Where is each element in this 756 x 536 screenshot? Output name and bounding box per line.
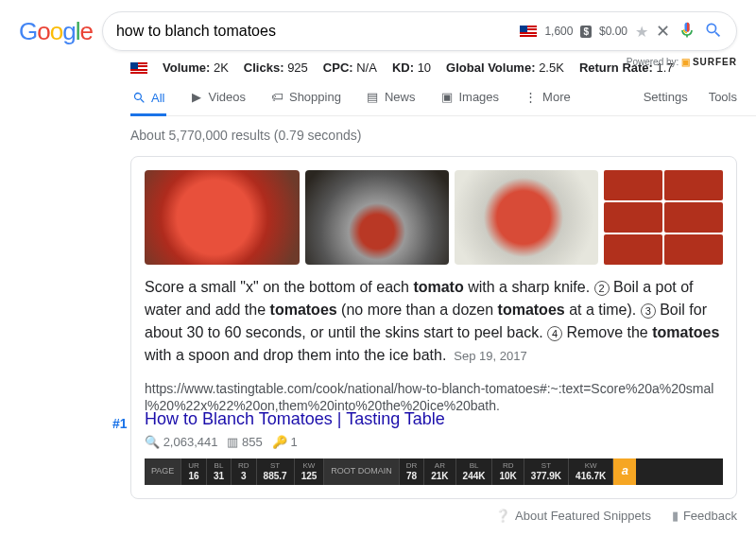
image-icon: ▣ (439, 90, 454, 104)
search-volume-badge: 1,600 (544, 25, 573, 38)
star-icon[interactable]: ★ (635, 23, 648, 41)
featured-snippet: Score a small "x" on the bottom of each … (130, 156, 737, 499)
tab-videos[interactable]: ▶Videos (187, 80, 248, 115)
tab-shopping[interactable]: 🏷Shopping (268, 80, 343, 115)
snippet-text: Score a small "x" on the bottom of each … (145, 276, 723, 367)
feedback-link[interactable]: ▮Feedback (672, 509, 737, 523)
us-flag-icon (520, 26, 537, 37)
search-tabs: All ▶Videos 🏷Shopping ▤News ▣Images ⋮Mor… (130, 80, 756, 116)
words-icon: ▥ (227, 435, 238, 449)
tab-more[interactable]: ⋮More (522, 80, 573, 115)
google-logo[interactable]: Google (19, 17, 93, 46)
seo-metrics-row: Volume: 2K Clicks: 925 CPC: N/A KD: 10 G… (130, 55, 756, 80)
snippet-images[interactable] (145, 170, 723, 265)
rank-badge: #1 (112, 415, 128, 432)
us-flag-icon (130, 62, 147, 74)
help-icon: ❔ (495, 509, 510, 523)
tab-images[interactable]: ▣Images (438, 80, 501, 115)
magnifier-icon: 🔍 (145, 435, 160, 449)
tab-all[interactable]: All (130, 81, 166, 116)
dollar-badge: $ (580, 26, 592, 38)
result-stats: About 5,770,000 results (0.79 seconds) (130, 116, 756, 156)
seo-page-stats: 🔍 2,063,441 ▥ 855 🔑 1 (145, 435, 723, 451)
ahrefs-root-label: ROOT DOMAIN (324, 458, 399, 485)
key-icon: 🔑 (272, 435, 287, 449)
clear-icon[interactable]: ✕ (656, 21, 670, 42)
search-input[interactable] (116, 23, 512, 40)
snippet-thumb[interactable] (604, 170, 723, 265)
tab-news[interactable]: ▤News (364, 80, 418, 115)
result-url-block: https://www.tastingtable.com/cook/nation… (145, 380, 723, 485)
about-snippets-link[interactable]: ❔About Featured Snippets (495, 509, 651, 523)
news-icon: ▤ (366, 90, 380, 104)
settings-link[interactable]: Settings (644, 80, 688, 115)
result-title-link[interactable]: How to Blanch Tomatoes | Tasting Table (145, 408, 723, 430)
search-cost-badge: $0.00 (599, 25, 627, 38)
tag-icon: 🏷 (270, 90, 284, 104)
feedback-icon: ▮ (672, 509, 679, 523)
ahrefs-page-label: PAGE (145, 458, 181, 485)
more-icon: ⋮ (524, 90, 538, 104)
snippet-thumb[interactable] (145, 170, 300, 265)
ahrefs-logo[interactable]: a (613, 458, 636, 485)
tools-link[interactable]: Tools (709, 80, 737, 115)
snippet-thumb[interactable] (305, 170, 449, 265)
search-icon (132, 91, 146, 105)
mic-icon[interactable] (678, 21, 696, 43)
play-icon: ▶ (189, 90, 203, 104)
snippet-footer-links: ❔About Featured Snippets ▮Feedback (130, 509, 737, 523)
powered-by-badge: Powered by: ▣ SURFER (627, 57, 737, 67)
search-icon[interactable] (704, 21, 723, 43)
ahrefs-bar: PAGE UR16 BL31 RD3 ST885.7 KW125 ROOT DO… (145, 458, 723, 485)
snippet-thumb[interactable] (455, 170, 598, 265)
search-header: Google 1,600 $ $0.00 ★ ✕ (0, 0, 756, 55)
search-box[interactable]: 1,600 $ $0.00 ★ ✕ (102, 11, 737, 51)
